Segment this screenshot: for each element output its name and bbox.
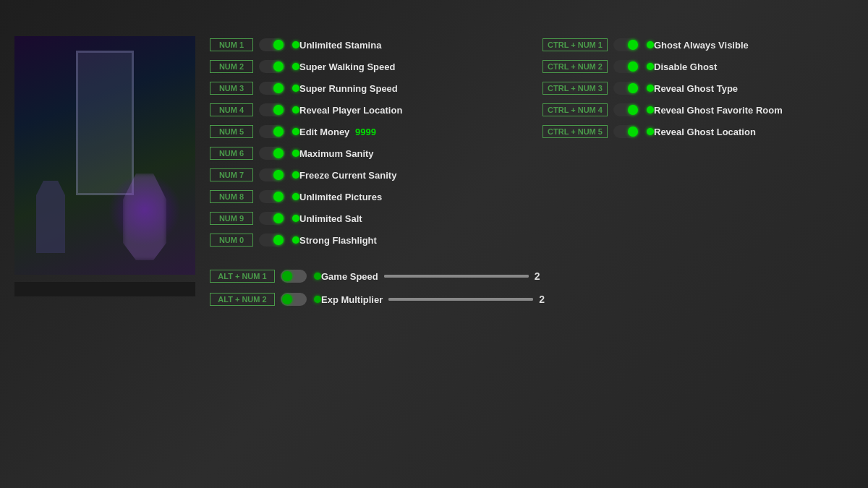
toggle-dot	[647, 41, 654, 48]
left-column: NUM 1 Unlimited StaminaNUM 2 Super Walki…	[210, 36, 499, 253]
key-badge[interactable]: NUM 6	[210, 147, 253, 160]
hotkey-row: NUM 4 Reveal Player Location	[210, 101, 499, 119]
toggle-switch[interactable]	[259, 234, 285, 247]
feature-label: Reveal Ghost Favorite Room	[654, 105, 783, 116]
toggle-dot	[647, 63, 654, 70]
toggle-switch[interactable]	[259, 103, 285, 116]
toggle-dot	[647, 128, 654, 135]
slider-container: 2	[384, 270, 540, 282]
toggle-dot	[292, 171, 299, 179]
slider-track[interactable]	[388, 298, 533, 301]
hotkeys-layout: NUM 1 Unlimited StaminaNUM 2 Super Walki…	[210, 36, 854, 253]
feature-label: Super Running Speed	[299, 83, 398, 94]
toggle-dot	[292, 215, 299, 222]
main-window: NUM 1 Unlimited StaminaNUM 2 Super Walki…	[0, 0, 868, 488]
key-badge[interactable]: CTRL + NUM 4	[542, 103, 608, 116]
ghost-silhouette	[123, 174, 166, 260]
toggle-switch[interactable]	[613, 82, 639, 95]
toggle-switch[interactable]	[259, 190, 285, 203]
controls-area: NUM 1 Unlimited StaminaNUM 2 Super Walki…	[210, 36, 854, 314]
key-badge[interactable]: CTRL + NUM 1	[542, 38, 608, 51]
toggle-dot	[292, 193, 299, 200]
player-silhouette	[36, 181, 65, 253]
hotkey-row: NUM 2 Super Walking Speed	[210, 58, 499, 75]
toggle-dot	[647, 85, 654, 92]
toggle-switch[interactable]	[613, 103, 639, 116]
hotkey-row: CTRL + NUM 4 Reveal Ghost Favorite Room	[542, 101, 817, 119]
hotkey-row: NUM 3 Super Running Speed	[210, 80, 499, 97]
key-badge[interactable]: NUM 3	[210, 82, 253, 95]
toggle-dot	[292, 41, 299, 48]
alt-key-badge[interactable]: ALT + NUM 1	[210, 270, 275, 283]
hotkey-row: CTRL + NUM 5 Reveal Ghost Location	[542, 123, 817, 140]
key-badge[interactable]: NUM 7	[210, 168, 253, 181]
slider-container: 2	[388, 294, 545, 305]
toggle-dot	[292, 236, 299, 244]
key-badge[interactable]: NUM 8	[210, 190, 253, 203]
hotkey-row: CTRL + NUM 3 Reveal Ghost Type	[542, 80, 817, 97]
key-badge[interactable]: NUM 9	[210, 212, 253, 225]
feature-label: Unlimited Stamina	[299, 40, 381, 51]
toggle-dot	[292, 63, 299, 70]
toggle-switch[interactable]	[259, 82, 285, 95]
key-badge[interactable]: NUM 4	[210, 103, 253, 116]
toggle-switch[interactable]	[259, 147, 285, 160]
toggle-switch[interactable]	[613, 125, 639, 138]
alt-key-badge[interactable]: ALT + NUM 2	[210, 293, 275, 306]
toggle-dot	[292, 85, 299, 92]
feature-label: Strong Flashlight	[299, 235, 377, 246]
feature-label: Disable Ghost	[654, 61, 717, 72]
alt-feature-label: Exp Multiplier	[321, 294, 383, 305]
toggle-switch[interactable]	[259, 60, 285, 73]
toggle-dot	[292, 150, 299, 157]
toggle-dot	[292, 106, 299, 114]
toggle-dot	[647, 106, 654, 114]
right-column: CTRL + NUM 1 Ghost Always VisibleCTRL + …	[542, 36, 817, 253]
toggle-switch[interactable]	[259, 212, 285, 225]
feature-label: Reveal Player Location	[299, 105, 402, 116]
feature-label: Super Walking Speed	[299, 61, 395, 72]
toggle-dot	[292, 128, 299, 135]
feature-label: Maximum Sanity	[299, 148, 374, 159]
game-cover-image	[14, 36, 195, 275]
slider-track[interactable]	[384, 275, 529, 278]
alt-section: ALT + NUM 1 Game Speed2ALT + NUM 2 Exp M…	[210, 267, 854, 308]
hotkey-row: NUM 0 Strong Flashlight	[210, 231, 499, 249]
key-badge[interactable]: NUM 2	[210, 60, 253, 73]
alt-toggle-switch[interactable]	[281, 270, 307, 283]
hotkey-row: NUM 9 Unlimited Salt	[210, 210, 499, 227]
toggle-switch[interactable]	[613, 60, 639, 73]
key-badge[interactable]: NUM 5	[210, 125, 253, 138]
alt-toggle-switch[interactable]	[281, 293, 307, 306]
key-badge[interactable]: NUM 1	[210, 38, 253, 51]
money-value: 9999	[352, 127, 376, 137]
slider-value: 2	[539, 294, 545, 305]
feature-label: Reveal Ghost Location	[654, 127, 756, 137]
hotkey-row: NUM 1 Unlimited Stamina	[210, 36, 499, 53]
toggle-switch[interactable]	[259, 168, 285, 181]
hotkey-row: NUM 5 Edit Money 9999	[210, 123, 499, 140]
feature-label: Freeze Current Sanity	[299, 170, 396, 181]
alt-toggle-dot	[314, 273, 321, 280]
alt-feature-label: Game Speed	[321, 271, 378, 282]
key-badge[interactable]: NUM 0	[210, 234, 253, 247]
hotkey-row: NUM 6 Maximum Sanity	[210, 145, 499, 162]
alt-hotkey-row: ALT + NUM 1 Game Speed2	[210, 267, 854, 285]
trainer-label	[14, 282, 195, 296]
hotkey-row: NUM 8 Unlimited Pictures	[210, 188, 499, 205]
feature-label: Edit Money 9999	[299, 127, 376, 137]
alt-hotkey-row: ALT + NUM 2 Exp Multiplier2	[210, 291, 854, 308]
slider-value: 2	[535, 270, 540, 282]
key-badge[interactable]: CTRL + NUM 2	[542, 60, 608, 73]
door-decoration	[76, 51, 134, 195]
key-badge[interactable]: CTRL + NUM 3	[542, 82, 608, 95]
feature-label: Unlimited Salt	[299, 213, 362, 224]
toggle-switch[interactable]	[259, 38, 285, 51]
toggle-switch[interactable]	[613, 38, 639, 51]
feature-label: Unlimited Pictures	[299, 192, 382, 202]
feature-label: Reveal Ghost Type	[654, 83, 738, 94]
hotkey-row: CTRL + NUM 2 Disable Ghost	[542, 58, 817, 75]
hotkey-row: NUM 7 Freeze Current Sanity	[210, 166, 499, 184]
toggle-switch[interactable]	[259, 125, 285, 138]
key-badge[interactable]: CTRL + NUM 5	[542, 125, 608, 138]
